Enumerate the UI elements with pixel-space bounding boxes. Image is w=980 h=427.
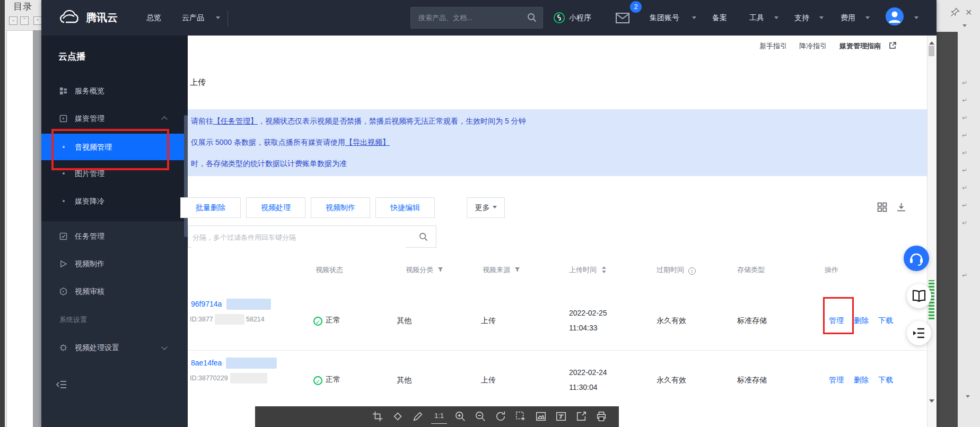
guide-link-beginner[interactable]: 新手指引 xyxy=(759,41,787,51)
video-process-button[interactable]: 视频处理 xyxy=(246,197,305,218)
rotate-icon[interactable] xyxy=(495,411,508,423)
video-name-link[interactable]: 8ae14fea xyxy=(191,359,222,367)
nav-tools[interactable]: 工具 xyxy=(749,0,764,36)
batch-delete-button[interactable]: 批量删除 xyxy=(180,197,241,218)
toc-collapse-button[interactable]: ⌄ xyxy=(9,16,18,25)
notice-text: 仅展示 5000 条数据，获取点播所有媒资请使用 xyxy=(191,138,345,146)
edit-pen-icon[interactable] xyxy=(412,411,425,423)
mail-icon[interactable] xyxy=(615,12,630,24)
redaction-blur xyxy=(215,314,244,325)
select-region-icon[interactable] xyxy=(515,411,528,423)
annotation-box-audio-video-menu xyxy=(51,129,169,170)
zoom-out-icon[interactable] xyxy=(475,411,487,423)
sidebar-item-video-production[interactable]: 视频制作 xyxy=(41,252,188,275)
sidebar-collapse-icon[interactable] xyxy=(56,380,67,389)
tencent-cloud-logo-icon[interactable] xyxy=(58,9,81,26)
sidebar-item-video-processing-settings[interactable]: 视频处理设置 xyxy=(41,336,188,359)
paragraph-mark-icon: ↵ xyxy=(962,167,967,173)
col-header-status: 视频状态 xyxy=(316,265,343,275)
external-link-icon[interactable] xyxy=(889,42,896,49)
toc-list-area xyxy=(6,30,35,427)
scrollbar-thumb[interactable] xyxy=(929,46,934,56)
filter-search-input[interactable] xyxy=(191,226,406,248)
ratio-1-1-button[interactable]: 1:1 xyxy=(431,411,447,424)
more-button[interactable]: 更多 xyxy=(467,197,505,218)
customer-service-button[interactable] xyxy=(904,246,929,271)
notice-text: 请前往 xyxy=(191,117,213,125)
mini-program-icon xyxy=(553,12,565,24)
upload-tab-partial[interactable]: 上传 xyxy=(190,77,206,88)
download-link[interactable]: 下载 xyxy=(878,316,893,326)
toc-expand-button[interactable]: ⌃ xyxy=(20,16,29,25)
delete-link[interactable]: 删除 xyxy=(854,316,869,326)
sidebar-item-label: 媒资管理 xyxy=(75,107,104,130)
status-cell: ✓正常 xyxy=(313,375,340,385)
guide-link-cooling[interactable]: 降冷指引 xyxy=(799,41,827,51)
close-icon[interactable]: ✕ xyxy=(965,7,972,18)
col-header-source[interactable]: 视频来源 xyxy=(483,265,520,275)
zoom-in-icon[interactable] xyxy=(454,411,467,423)
ocr-image-icon[interactable] xyxy=(535,411,548,423)
avatar[interactable] xyxy=(886,7,904,25)
sidebar-title: 云点播 xyxy=(58,50,85,63)
scroll-down-icon[interactable] xyxy=(966,395,970,400)
export-video-link[interactable]: 【导出视频】 xyxy=(345,138,390,146)
chevron-down-icon[interactable] xyxy=(914,16,918,21)
search-icon[interactable] xyxy=(418,232,428,242)
toc-add-button[interactable]: + xyxy=(33,16,42,25)
chevron-down-icon xyxy=(774,16,778,21)
download-link[interactable]: 下载 xyxy=(878,376,893,385)
paragraph-mark-icon: ↵ xyxy=(962,97,967,103)
notice-text: ，视频状态仅表示视频是否禁播，禁播后视频将无法正常观看，生效时间为 5 分钟 xyxy=(258,117,526,125)
sidebar-item-media-cooling[interactable]: 媒资降冷 xyxy=(41,189,188,213)
quick-edit-button[interactable]: 快捷编辑 xyxy=(375,197,435,218)
video-production-button[interactable]: 视频制作 xyxy=(311,197,370,218)
pin-icon[interactable] xyxy=(949,6,961,18)
sidebar-item-video-review[interactable]: 视频审核 xyxy=(41,280,188,303)
translate-icon[interactable] xyxy=(555,411,568,423)
nav-products[interactable]: 云产品 xyxy=(182,0,204,36)
print-icon[interactable] xyxy=(596,411,608,423)
scroll-down-icon[interactable] xyxy=(929,399,934,405)
task-management-link[interactable]: 【任务管理】 xyxy=(213,117,258,125)
guide-link-media-management[interactable]: 媒资管理指南 xyxy=(839,41,881,51)
screen: 目录 ⌄ ⌃ + ↵ ↵ ↵ ↵ ↵ ↵ ↵ ↵ ↵ ↵ ✕ xyxy=(0,0,980,427)
video-name-link[interactable]: 96f9714a xyxy=(191,300,222,308)
global-search-input[interactable] xyxy=(417,7,520,28)
search-icon[interactable] xyxy=(527,12,537,23)
sidebar-item-media-management[interactable]: 媒资管理 xyxy=(41,107,188,130)
nav-overview[interactable]: 总览 xyxy=(146,0,161,36)
chevron-up-icon xyxy=(161,116,167,122)
feedback-list-button[interactable] xyxy=(907,321,931,345)
category-cell: 其他 xyxy=(397,376,412,385)
crop-icon[interactable] xyxy=(372,411,384,423)
chevron-down-icon xyxy=(819,16,824,21)
sidebar-item-task-management[interactable]: 任务管理 xyxy=(41,224,188,248)
shape-icon[interactable] xyxy=(392,411,405,423)
filter-search-box[interactable] xyxy=(188,225,436,248)
delete-link[interactable]: 删除 xyxy=(854,376,869,385)
nav-beian[interactable]: 备案 xyxy=(712,0,727,36)
manage-link[interactable]: 管理 xyxy=(829,376,844,385)
page-scrollbar[interactable] xyxy=(927,36,936,427)
nav-group-account[interactable]: 集团账号 xyxy=(650,0,679,36)
col-header-expire-time[interactable]: 过期时间 i xyxy=(657,265,696,275)
nav-billing[interactable]: 费用 xyxy=(841,0,855,36)
card-view-icon[interactable] xyxy=(877,202,887,212)
info-icon[interactable]: i xyxy=(688,267,696,275)
col-header-category[interactable]: 视频分类 xyxy=(406,265,443,275)
video-id-prefix: ID:3877 xyxy=(190,316,213,323)
export-icon[interactable] xyxy=(575,411,588,423)
dropdown-caret-icon[interactable] xyxy=(962,24,967,29)
docs-book-button[interactable] xyxy=(907,284,931,308)
sidebar-item-service-overview[interactable]: 服务概览 xyxy=(41,79,188,102)
download-list-icon[interactable] xyxy=(896,202,906,212)
scroll-up-icon[interactable] xyxy=(929,39,934,45)
brand-name[interactable]: 腾讯云 xyxy=(86,0,118,36)
global-search-box[interactable] xyxy=(410,7,543,29)
sidebar-scrollbar[interactable] xyxy=(184,115,188,237)
col-header-upload-time[interactable]: 上传时间 xyxy=(569,265,607,275)
col-header-actions: 操作 xyxy=(825,265,838,275)
nav-support[interactable]: 支持 xyxy=(794,0,809,36)
nav-mini-program[interactable]: 小程序 xyxy=(569,0,591,36)
